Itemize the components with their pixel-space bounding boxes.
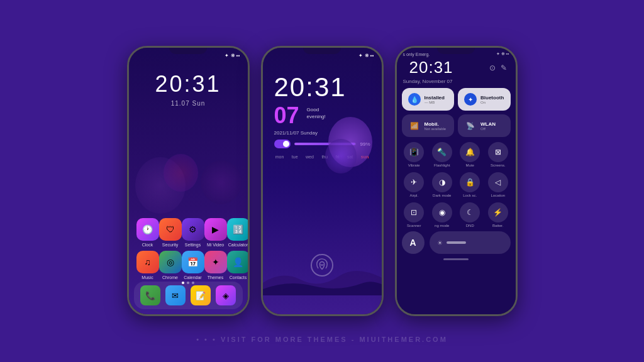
phone3-background: s only Emerg. ✦ ❋ ▪▪ 20:31 ⊙ ✎ Sunday, N… [397, 48, 516, 314]
app-contacts[interactable]: 👤 Contacts [227, 251, 250, 280]
mobile-tile-title: Mobil. [425, 121, 448, 127]
toggle-flashlight[interactable]: 🔦 Flashlight [430, 142, 455, 167]
reading-icon: ◉ [432, 202, 452, 222]
app-clock-icon: 🕐 [136, 218, 159, 241]
data-tile-title: Installed [425, 95, 448, 101]
brightness-icon: ☀ [437, 239, 443, 246]
vibrate-label: Vibrate [408, 163, 420, 167]
toggle-row-1: 📳 Vibrate 🔦 Flashlight 🔔 Mute ⊠ Screens. [397, 141, 516, 168]
location-label: Location [491, 194, 505, 197]
phone2-frame: ✦ ❋ ▪▪ 20:31 07 Good evening! 2021/11/07… [261, 46, 384, 316]
app-settings[interactable]: ⚙ Settings [182, 218, 204, 247]
toggle-lockscreen[interactable]: 🔒 Lock sc. [458, 172, 483, 197]
toggle-dot [283, 141, 289, 147]
phone1-status-bar: ✦ ❋ ▪▪ [129, 48, 248, 60]
app-clock-label: Clock [142, 243, 153, 247]
mobile-tile[interactable]: 📶 Mobil. Not available [402, 114, 455, 137]
toggle-darkmode[interactable]: ◑ Dark mode [430, 172, 455, 197]
toggle-mute[interactable]: 🔔 Mute [458, 142, 483, 167]
screenshot-icon: ⊠ [488, 142, 508, 162]
wlan-tile-title: WLAN [480, 121, 504, 127]
phone2-day-number: 07 [274, 102, 299, 129]
app-themes-label: Themes [208, 275, 223, 280]
home-bar [397, 256, 516, 262]
toggle-dnd[interactable]: ☾ DND [458, 202, 483, 228]
toggle-row-2: ✈ Airpl. ◑ Dark mode 🔒 Lock sc. ◁ Locati… [397, 171, 516, 199]
toggle-reading[interactable]: ◉ ng mode [430, 202, 455, 228]
dock-gallery[interactable]: ◈ [216, 285, 236, 305]
phone2-greeting: Good evening! [307, 102, 326, 120]
data-icon: 💧 [408, 93, 421, 106]
app-contacts-icon: 👤 [227, 251, 250, 273]
app-themes-icon: ✦ [204, 251, 227, 273]
mute-icon: 🔔 [460, 142, 480, 162]
dnd-label: DND [466, 224, 474, 228]
app-row-2: ♫ Music ◎ Chrome 📅 Calendar ✦ Themes 👤 [136, 251, 240, 280]
lockscreen-label: Lock sc. [463, 194, 477, 197]
toggle-scanner[interactable]: ⊡ Scanner [402, 202, 427, 228]
flashlight-icon: 🔦 [432, 142, 452, 162]
phone3-status-bar: s only Emerg. ✦ ❋ ▪▪ [397, 48, 516, 58]
bluetooth-tile-sub: On [480, 101, 504, 104]
wlan-tile[interactable]: 📡 WLAN Off [458, 114, 511, 137]
phone1-date: 11.07 Sun [129, 100, 248, 107]
mute-label: Mute [466, 163, 474, 167]
wlan-icon: 📡 [464, 119, 477, 132]
bluetooth-tile[interactable]: ✦ Bluetooth On [458, 88, 511, 111]
app-calendar[interactable]: 📅 Calendar [182, 251, 204, 280]
text-size-button[interactable]: A [402, 231, 425, 254]
cal-tue: tue [292, 155, 298, 159]
battery-toggle[interactable] [274, 140, 291, 148]
phone1-clock: 20:31 [129, 60, 248, 97]
app-row-1: 🕐 Clock 🛡 Security ⚙ Settings ▶ Mi Video… [136, 218, 240, 247]
dock-notes[interactable]: 📝 [191, 285, 211, 305]
phone1-frame: ✦ ❋ ▪▪ 20:31 11.07 Sun 🕐 Clock 🛡 Securit… [127, 46, 250, 316]
toggle-airplane[interactable]: ✈ Airpl. [402, 172, 427, 197]
app-clock[interactable]: 🕐 Clock [136, 218, 159, 247]
toggle-battery[interactable]: ⚡ Batter. [486, 202, 511, 228]
phone1-status-icons: ✦ ❋ ▪▪ [225, 53, 240, 58]
p3-bottom-row: A ☀ [397, 229, 516, 256]
app-chrome[interactable]: ◎ Chrome [159, 251, 182, 280]
p3-edit-icon[interactable]: ⊙ [489, 63, 496, 72]
app-calc-label: Calculator [228, 243, 248, 247]
app-grid: 🕐 Clock 🛡 Security ⚙ Settings ▶ Mi Video… [129, 218, 248, 280]
p3-clock: 20:31 [403, 58, 460, 77]
phone3-frame: s only Emerg. ✦ ❋ ▪▪ 20:31 ⊙ ✎ Sunday, N… [395, 46, 518, 316]
app-dock: 📞 ✉ 📝 ◈ [134, 282, 243, 309]
airplane-icon: ✈ [404, 172, 424, 192]
app-calculator[interactable]: 🔢 Calculator [227, 218, 250, 247]
dnd-icon: ☾ [460, 202, 480, 222]
toggle-screenshot[interactable]: ⊠ Screens. [486, 142, 511, 167]
toggle-vibrate[interactable]: 📳 Vibrate [402, 142, 427, 167]
mobile-tile-text: Mobil. Not available [425, 121, 448, 131]
brightness-fill [447, 241, 467, 244]
app-chrome-label: Chrome [162, 275, 178, 280]
toggle-location[interactable]: ◁ Location [486, 172, 511, 197]
app-music[interactable]: ♫ Music [136, 251, 159, 280]
fingerprint-icon[interactable] [311, 254, 333, 277]
app-mivideo[interactable]: ▶ Mi Video [204, 218, 227, 247]
app-contacts-label: Contacts [230, 275, 247, 280]
p3-date: Sunday, November 07 [397, 79, 516, 84]
p2-decorative-blob-2 [325, 139, 357, 173]
bluetooth-tile-text: Bluetooth On [480, 95, 504, 104]
mobile-tile-sub: Not available [425, 127, 448, 131]
reading-label: ng mode [435, 224, 449, 228]
darkmode-icon: ◑ [432, 172, 452, 192]
p3-share-icon[interactable]: ✎ [501, 63, 507, 72]
brightness-slider[interactable]: ☀ [430, 231, 511, 254]
app-mivideo-label: Mi Video [207, 243, 224, 247]
battery-saver-icon: ⚡ [488, 202, 508, 222]
data-tile-text: Installed — MB [425, 95, 448, 104]
app-calendar-icon: 📅 [182, 251, 204, 273]
quick-tiles: 💧 Installed — MB ✦ Bluetooth On 📶 Mobil.… [397, 84, 516, 141]
app-security[interactable]: 🛡 Security [159, 218, 182, 247]
app-security-label: Security [162, 243, 178, 247]
dock-messages[interactable]: ✉ [165, 285, 186, 305]
dock-phone[interactable]: 📞 [140, 285, 160, 305]
app-themes[interactable]: ✦ Themes [204, 251, 227, 280]
data-tile[interactable]: 💧 Installed — MB [402, 88, 455, 111]
scanner-label: Scanner [407, 224, 421, 228]
app-settings-label: Settings [185, 243, 201, 247]
